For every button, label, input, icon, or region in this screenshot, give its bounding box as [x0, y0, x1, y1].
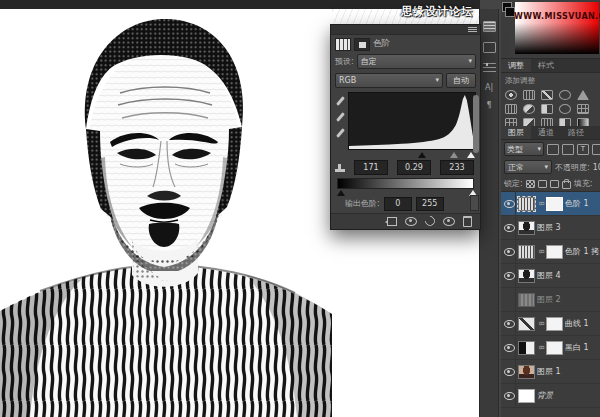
- shadow-input-value[interactable]: 171: [354, 160, 388, 175]
- output-shadow-value[interactable]: 0: [384, 197, 412, 211]
- vibrance-icon[interactable]: [577, 90, 589, 100]
- layer-row[interactable]: 8 色阶 1: [501, 192, 600, 216]
- highlight-input-value[interactable]: 233: [440, 160, 474, 175]
- info-panel-icon[interactable]: [483, 42, 496, 53]
- panel-menu-icon[interactable]: [468, 27, 477, 32]
- layer-row[interactable]: 图层 1: [501, 360, 600, 384]
- output-shadow-slider[interactable]: [337, 190, 345, 196]
- filter-adjustment-layers-icon[interactable]: [562, 144, 574, 155]
- exposure-icon[interactable]: [559, 90, 571, 100]
- layer-mask-thumbnail[interactable]: [546, 317, 563, 331]
- shadow-input-slider[interactable]: [418, 152, 426, 158]
- histogram-panel-icon[interactable]: [483, 63, 496, 74]
- layer-thumbnail[interactable]: [518, 389, 535, 403]
- layer-name[interactable]: 图层 4: [537, 270, 561, 281]
- adjustment-thumbnail[interactable]: [518, 197, 535, 211]
- layer-name[interactable]: 背景: [537, 390, 553, 401]
- layer-row[interactable]: 8 色阶 1 拷贝: [501, 240, 600, 264]
- auto-button[interactable]: 自动: [446, 73, 476, 88]
- lock-transparency-icon[interactable]: [526, 180, 535, 188]
- lock-pixels-icon[interactable]: [538, 180, 547, 188]
- reset-adjustment-icon[interactable]: [423, 214, 437, 228]
- color-balance-icon[interactable]: [523, 104, 535, 114]
- layer-row[interactable]: 图层 2: [501, 288, 600, 312]
- layer-name[interactable]: 图层 1: [537, 366, 561, 377]
- lock-position-icon[interactable]: [550, 180, 559, 188]
- layer-thumbnail[interactable]: [518, 269, 535, 283]
- visibility-toggle[interactable]: [503, 360, 516, 383]
- layer-row[interactable]: 图层 4: [501, 264, 600, 288]
- mask-icon[interactable]: [354, 38, 370, 51]
- gray-point-eyedropper-icon[interactable]: [336, 112, 345, 122]
- delete-adjustment-icon[interactable]: [463, 216, 472, 227]
- clip-to-layer-icon[interactable]: [387, 217, 397, 226]
- layer-name[interactable]: 曲线 1: [565, 318, 589, 329]
- layer-name[interactable]: 色阶 1 拷贝: [565, 246, 600, 257]
- adjustment-thumbnail[interactable]: [518, 341, 535, 355]
- layer-row[interactable]: 8 黑白 1: [501, 336, 600, 360]
- layer-thumbnail[interactable]: [518, 221, 535, 235]
- midtone-input-slider[interactable]: [450, 152, 458, 158]
- filter-pixel-layers-icon[interactable]: [547, 144, 559, 155]
- layer-mask-thumbnail[interactable]: [546, 341, 563, 355]
- layer-mask-thumbnail[interactable]: [546, 245, 563, 259]
- layer-name[interactable]: 黑白 1: [565, 342, 589, 353]
- visibility-toggle[interactable]: [503, 288, 516, 311]
- properties-panel-header[interactable]: [331, 25, 480, 35]
- midtone-input-value[interactable]: 0.29: [397, 160, 431, 175]
- adjustment-thumbnail[interactable]: [518, 245, 535, 259]
- adjustment-thumbnail[interactable]: [518, 317, 535, 331]
- channel-dropdown[interactable]: RGB ▾: [335, 73, 443, 88]
- black-point-eyedropper-icon[interactable]: [336, 96, 345, 106]
- properties-panel-icon[interactable]: [483, 21, 496, 32]
- levels-icon[interactable]: [523, 90, 535, 100]
- levels-adjustment-icon[interactable]: [335, 38, 351, 51]
- visibility-toggle[interactable]: [503, 336, 516, 359]
- blend-mode-dropdown[interactable]: 正常 ▾: [504, 160, 552, 174]
- visibility-toggle[interactable]: [503, 216, 516, 239]
- eye-icon: [504, 272, 515, 280]
- tab-channels[interactable]: 通道: [531, 126, 561, 139]
- view-previous-state-icon[interactable]: [405, 217, 417, 226]
- foreground-background-swatches[interactable]: [502, 2, 514, 16]
- layer-thumbnail[interactable]: [518, 365, 535, 379]
- curves-icon[interactable]: [541, 90, 553, 100]
- output-highlight-value[interactable]: 255: [416, 197, 444, 211]
- layer-row[interactable]: 图层 3: [501, 216, 600, 240]
- tab-paths[interactable]: 路径: [561, 126, 591, 139]
- toggle-visibility-icon[interactable]: [443, 217, 455, 226]
- scrollbar-buttons[interactable]: [470, 195, 479, 211]
- paragraph-panel-icon[interactable]: ¶: [486, 102, 491, 110]
- layer-row[interactable]: 背景: [501, 384, 600, 408]
- layer-mask-thumbnail[interactable]: [546, 197, 563, 211]
- hue-saturation-icon[interactable]: [505, 104, 517, 114]
- white-point-eyedropper-icon[interactable]: [336, 128, 345, 138]
- layer-row[interactable]: 8 曲线 1: [501, 312, 600, 336]
- character-panel-icon[interactable]: A|: [485, 84, 493, 92]
- color-picker-field[interactable]: [515, 2, 599, 54]
- right-panel-column: 调整 样式 添加调整 图层 通道 路径: [501, 0, 600, 417]
- visibility-toggle[interactable]: [503, 264, 516, 287]
- tab-adjustments[interactable]: 调整: [501, 59, 531, 72]
- preset-dropdown[interactable]: 自定 ▾: [357, 54, 476, 69]
- visibility-toggle[interactable]: [503, 240, 516, 263]
- tab-styles[interactable]: 样式: [531, 59, 561, 72]
- panel-scrollbar[interactable]: [473, 95, 479, 153]
- tab-layers[interactable]: 图层: [501, 126, 531, 139]
- brightness-contrast-icon[interactable]: [505, 90, 517, 100]
- layer-filter-dropdown[interactable]: 类型 ▾: [504, 142, 544, 156]
- visibility-toggle[interactable]: [503, 312, 516, 335]
- visibility-toggle[interactable]: [503, 384, 516, 407]
- layer-thumbnail[interactable]: [518, 293, 535, 307]
- lock-all-icon[interactable]: [562, 181, 571, 189]
- photo-filter-icon[interactable]: [559, 104, 571, 114]
- layer-name[interactable]: 图层 3: [537, 222, 561, 233]
- filter-shape-layers-icon[interactable]: [592, 144, 600, 155]
- visibility-toggle[interactable]: [503, 192, 516, 215]
- black-white-icon[interactable]: [541, 104, 553, 114]
- channel-mixer-icon[interactable]: [577, 104, 589, 114]
- layer-name[interactable]: 图层 2: [537, 294, 561, 305]
- filter-type-layers-icon[interactable]: T: [577, 144, 589, 155]
- layer-name[interactable]: 色阶 1: [565, 198, 589, 209]
- opacity-value[interactable]: 100%: [593, 163, 600, 172]
